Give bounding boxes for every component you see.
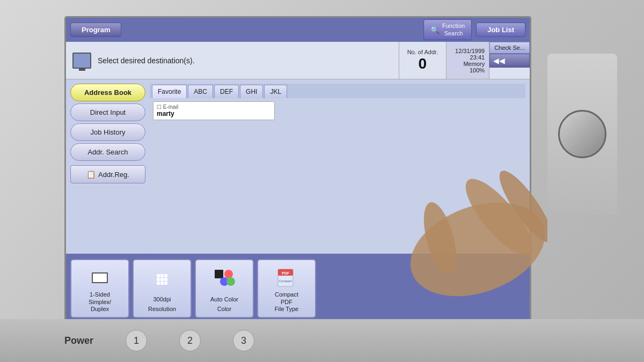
sidebar-item-job-history[interactable]: Job History [70, 123, 145, 141]
sidebar-item-direct-input[interactable]: Direct Input [70, 104, 145, 121]
tab-ghi[interactable]: GHI [240, 85, 263, 98]
search-icon: 🔍 [430, 26, 440, 34]
tab-favorite[interactable]: Favorite [152, 85, 187, 98]
right-device-panel [547, 54, 617, 215]
simplex-duplex-button[interactable]: 1-Sided Simplex/ Duplex [70, 259, 129, 318]
address-type: ☐ E-mail [157, 104, 271, 110]
color-icon [210, 264, 239, 294]
physical-bottom: Power 1 2 3 [0, 319, 644, 362]
select-destination-text: Select desired destination(s). [98, 56, 195, 65]
num-button-2[interactable]: 2 [179, 330, 201, 351]
simplex-duplex-top-label: 1-Sided [90, 291, 110, 298]
addr-reg-label: Addr.Reg. [98, 171, 129, 179]
tab-abc[interactable]: ABC [188, 85, 213, 98]
address-book-content: Favorite ABC DEF GHI JKL ☐ E-mail marty [150, 84, 525, 249]
power-label: Power [64, 335, 93, 346]
svg-point-3 [226, 277, 235, 286]
addr-reg-icon: 📋 [86, 170, 96, 179]
svg-text:PDF: PDF [282, 271, 290, 275]
color-button[interactable]: Auto Color Color [195, 259, 254, 318]
function-search-button[interactable]: 🔍 Function Search [423, 19, 472, 40]
num-button-3[interactable]: 3 [233, 330, 254, 351]
program-button[interactable]: Program [70, 23, 121, 37]
no-of-addr-label: No. of Addr. [407, 49, 438, 55]
monitor-icon [72, 53, 91, 69]
datetime-area: 12/31/1999 23:41 Memory 100% [446, 42, 489, 79]
nav-arrow-button[interactable]: ◀◀ [489, 54, 530, 68]
main-content: Address Book Direct Input Job History Ad… [66, 79, 530, 254]
sidebar-item-addr-search[interactable]: Addr. Search [70, 143, 145, 161]
resolution-bottom-label: Resolution [148, 306, 176, 313]
left-sidebar: Address Book Direct Input Job History Ad… [70, 84, 145, 249]
addr-count-value: 0 [419, 55, 427, 72]
address-card[interactable]: ☐ E-mail marty [153, 101, 275, 120]
destination-area: Select desired destination(s). [66, 42, 399, 79]
simplex-duplex-icon [85, 264, 115, 291]
address-grid: ☐ E-mail marty [150, 98, 525, 249]
file-type-button[interactable]: PDF Compact Compact PDF File Type [257, 259, 316, 318]
svg-point-1 [224, 270, 233, 278]
check-settings-button[interactable]: Check Se... [489, 42, 530, 54]
svg-text:Compact: Compact [279, 279, 292, 283]
function-search-label: Function Search [442, 23, 465, 36]
tab-jkl[interactable]: JKL [264, 85, 287, 98]
simplex-duplex-bottom-label: Simplex/ Duplex [89, 299, 111, 313]
screen: Program 🔍 Function Search Job List Selec… [64, 16, 531, 322]
check-settings-area: Check Se... ◀◀ [489, 42, 530, 79]
file-type-top-label: Compact PDF [275, 291, 298, 305]
svg-rect-0 [215, 270, 223, 278]
tab-def[interactable]: DEF [214, 85, 239, 98]
color-top-label: Auto Color [210, 296, 238, 303]
tabs-row: Favorite ABC DEF GHI JKL [150, 84, 525, 98]
memory-label: Memory [463, 61, 485, 67]
color-bottom-label: Color [217, 306, 231, 313]
resolution-icon [148, 264, 177, 294]
top-bar: Program 🔍 Function Search Job List [66, 18, 530, 42]
file-type-icon: PDF Compact [272, 264, 302, 291]
num-button-1[interactable]: 1 [126, 330, 147, 351]
datetime-value: 12/31/1999 23:41 [455, 48, 485, 61]
resolution-button[interactable]: 300dpi Resolution [133, 259, 192, 318]
file-type-bottom-label: File Type [275, 306, 298, 313]
info-bar: Select desired destination(s). No. of Ad… [66, 42, 530, 79]
device-shell: Program 🔍 Function Search Job List Selec… [0, 0, 644, 362]
address-name: marty [157, 110, 271, 117]
memory-value: 100% [470, 67, 485, 73]
job-list-button[interactable]: Job List [476, 23, 525, 37]
addr-count-area: No. of Addr. 0 [399, 42, 446, 79]
bottom-bar: 1-Sided Simplex/ Duplex 300dpi Resolutio… [66, 254, 530, 322]
sidebar-item-address-book[interactable]: Address Book [70, 84, 145, 101]
dial-circle[interactable] [558, 110, 606, 158]
resolution-top-label: 300dpi [153, 296, 171, 303]
addr-reg-button[interactable]: 📋 Addr.Reg. [70, 165, 145, 183]
